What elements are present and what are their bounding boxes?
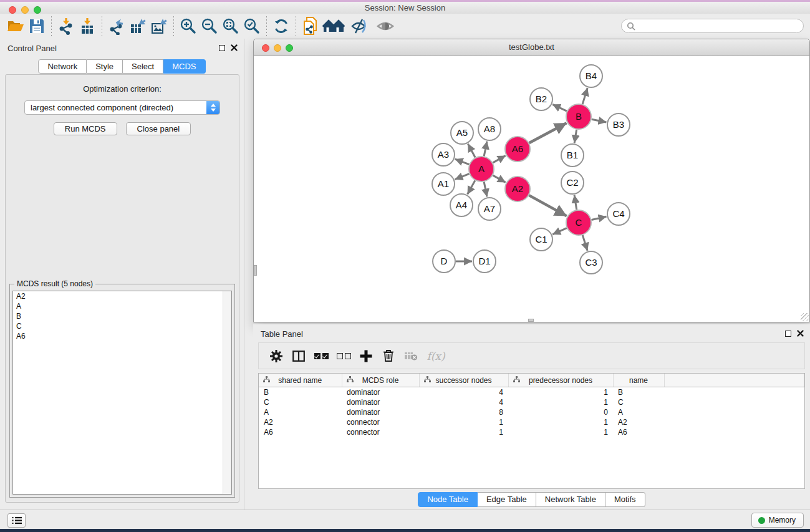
close-panel-icon[interactable] [231, 44, 238, 51]
edge-C-C2[interactable] [574, 195, 577, 210]
delete-columns-icon[interactable] [377, 347, 400, 365]
edge-A-A4[interactable] [468, 180, 475, 194]
node-B1[interactable]: B1 [561, 144, 584, 167]
column-header-name[interactable]: name [613, 374, 664, 387]
list-scrollbar[interactable] [223, 291, 231, 494]
preview-icon[interactable] [372, 16, 398, 36]
tab-edge-table[interactable]: Edge Table [478, 492, 536, 507]
close-panel-button[interactable]: Close panel [126, 122, 191, 135]
table-row[interactable]: Cdominator 41 C [259, 397, 804, 407]
show-column-icon[interactable] [287, 347, 310, 365]
edge-C-C4[interactable] [592, 216, 607, 220]
edge-B-B4[interactable] [582, 88, 587, 104]
zoom-selected-icon[interactable] [241, 16, 263, 36]
table-row[interactable]: Adominator 80 A [259, 407, 804, 417]
edge-A-A2[interactable] [493, 175, 505, 182]
edge-A-A6[interactable] [493, 156, 505, 163]
edge-B-B3[interactable] [592, 119, 607, 122]
list-item[interactable]: C [13, 321, 231, 331]
network-canvas[interactable]: B4B2BB3A5A8A6A3B1AC2A1A2A4A7C4CC1C3DD1 [254, 56, 809, 322]
edge-A-A5[interactable] [468, 144, 475, 158]
list-item[interactable]: A2 [13, 291, 231, 301]
tab-select[interactable]: Select [123, 59, 163, 74]
tab-mcds[interactable]: MCDS [163, 59, 205, 74]
table-row[interactable]: Bdominator 41 B [259, 387, 804, 398]
zoom-window-button[interactable] [34, 6, 41, 14]
edge-A2-C[interactable] [529, 195, 566, 216]
edge-A-A1[interactable] [455, 174, 470, 180]
node-A7[interactable]: A7 [478, 198, 501, 220]
node-D[interactable]: D [433, 250, 455, 273]
export-table-icon[interactable] [127, 16, 148, 36]
close-window-button[interactable] [9, 6, 16, 14]
tab-network[interactable]: Network [38, 59, 87, 74]
tab-node-table[interactable]: Node Table [418, 492, 478, 507]
create-column-icon[interactable] [355, 347, 377, 365]
network-from-selection-icon[interactable] [300, 16, 321, 36]
search-field[interactable] [621, 19, 804, 33]
edge-B-B2[interactable] [552, 104, 567, 111]
edge-A-A7[interactable] [484, 182, 487, 197]
node-A1[interactable]: A1 [432, 173, 455, 195]
resize-grip[interactable] [801, 313, 809, 321]
table-row[interactable]: A2connector 11 A2 [259, 417, 804, 427]
delete-table-icon[interactable] [400, 347, 422, 365]
column-header-successor-nodes[interactable]: successor nodes [419, 374, 508, 387]
show-hide-details-icon[interactable] [346, 16, 372, 36]
node-C4[interactable]: C4 [607, 203, 630, 225]
unselect-all-columns-icon[interactable] [332, 347, 355, 365]
zoom-in-icon[interactable] [178, 16, 199, 36]
node-A4[interactable]: A4 [450, 194, 473, 216]
select-all-columns-icon[interactable] [310, 347, 332, 365]
node-C1[interactable]: C1 [530, 228, 552, 251]
node-C[interactable]: C [566, 210, 591, 235]
export-image-icon[interactable] [148, 16, 170, 36]
zoom-out-icon[interactable] [199, 16, 220, 36]
home-icon[interactable] [321, 16, 346, 36]
task-history-button[interactable] [7, 513, 26, 528]
node-B3[interactable]: B3 [607, 114, 630, 136]
table-row[interactable]: A6connector 11 A6 [259, 427, 804, 437]
close-panel-icon[interactable] [797, 330, 804, 337]
tab-network-table[interactable]: Network Table [536, 492, 605, 507]
network-window-titlebar[interactable]: testGlobe.txt [254, 39, 809, 56]
memory-button[interactable]: Memory [751, 513, 804, 528]
tab-motifs[interactable]: Motifs [605, 492, 645, 507]
edge-B-B1[interactable] [574, 130, 576, 143]
node-A2[interactable]: A2 [505, 177, 530, 201]
edge-A-A8[interactable] [484, 142, 487, 157]
node-A6[interactable]: A6 [505, 137, 530, 162]
node-B[interactable]: B [566, 104, 591, 129]
save-session-icon[interactable] [26, 16, 47, 36]
zoom-network-button[interactable] [286, 44, 293, 52]
minimize-window-button[interactable] [21, 6, 29, 14]
edge-A6-B[interactable] [529, 123, 567, 143]
settings-icon[interactable] [265, 347, 287, 365]
node-B2[interactable]: B2 [530, 88, 552, 110]
float-panel-icon[interactable] [219, 45, 225, 51]
node-A3[interactable]: A3 [432, 143, 455, 166]
node-D1[interactable]: D1 [473, 250, 496, 273]
search-input[interactable] [638, 21, 803, 31]
edge-C-C1[interactable] [552, 228, 567, 235]
node-C3[interactable]: C3 [580, 251, 602, 274]
float-panel-icon[interactable] [785, 331, 791, 337]
column-header-mcds-role[interactable]: MCDS role [342, 374, 419, 387]
column-header-shared-name[interactable]: shared name [259, 374, 342, 387]
criterion-dropdown[interactable]: largest connected component (directed) [24, 100, 220, 115]
edge-A-A3[interactable] [455, 159, 470, 165]
run-mcds-button[interactable]: Run MCDS [54, 122, 117, 135]
node-B4[interactable]: B4 [580, 65, 602, 87]
node-A8[interactable]: A8 [478, 118, 501, 140]
node-C2[interactable]: C2 [561, 172, 584, 194]
list-item[interactable]: A6 [13, 331, 231, 341]
export-network-icon[interactable] [106, 16, 127, 36]
edge-C-C3[interactable] [582, 235, 587, 251]
zoom-fit-icon[interactable] [220, 16, 241, 36]
tab-style[interactable]: Style [87, 59, 123, 74]
import-table-icon[interactable] [77, 16, 98, 36]
node-A5[interactable]: A5 [451, 122, 473, 144]
minimize-network-button[interactable] [274, 44, 281, 52]
list-item[interactable]: B [13, 311, 231, 321]
open-session-icon[interactable] [5, 16, 26, 36]
